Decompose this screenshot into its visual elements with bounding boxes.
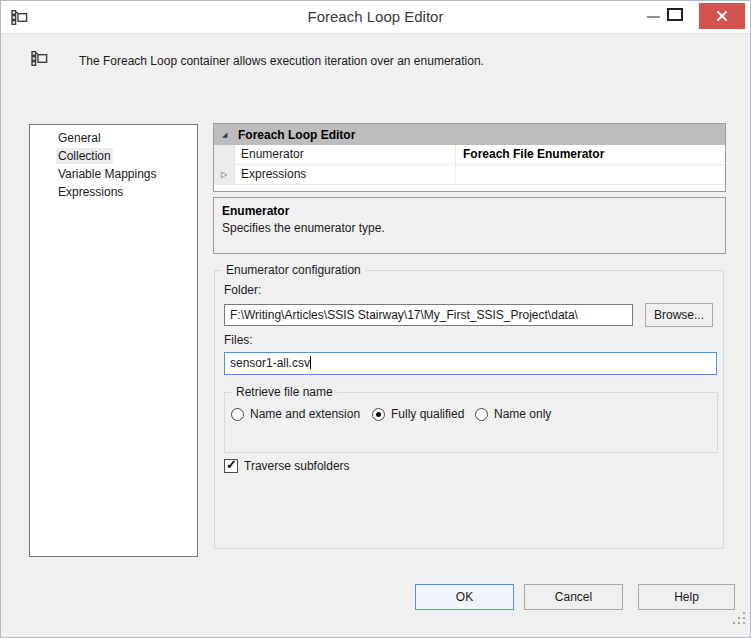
enumerator-configuration-group: Enumerator configuration Folder: F:\Writ… [214,270,724,549]
retrieve-file-name-group: Retrieve file name Name and extension Fu… [224,392,718,453]
files-label: Files: [224,333,253,347]
property-value[interactable]: Foreach File Enumerator [455,145,725,164]
help-button[interactable]: Help [638,584,735,610]
category-label: Foreach Loop Editor [238,128,355,142]
cancel-button[interactable]: Cancel [524,584,623,610]
text-caret [310,356,311,369]
property-row-expressions[interactable]: ▷ Expressions [214,165,725,185]
radio-name-only[interactable]: Name only [475,407,551,421]
foreach-loop-icon [31,50,48,67]
close-button[interactable] [699,3,745,29]
radio-fully-qualified[interactable]: Fully qualified [372,407,464,421]
property-help-text: Specifies the enumerator type. [222,221,717,235]
close-icon [716,10,728,22]
checkbox-label: Traverse subfolders [244,459,350,473]
ok-button[interactable]: OK [415,584,514,610]
minimize-button[interactable] [647,16,660,18]
sidebar-item-general[interactable]: General [30,129,197,147]
page-list: General Collection Variable Mappings Exp… [29,124,198,557]
property-help-panel: Enumerator Specifies the enumerator type… [213,197,726,254]
maximize-button[interactable] [667,8,683,21]
check-icon: ✓ [226,457,237,472]
sidebar-item-expressions[interactable]: Expressions [30,183,197,201]
traverse-subfolders-checkbox[interactable]: ✓ Traverse subfolders [224,459,350,473]
sidebar-item-variable-mappings[interactable]: Variable Mappings [30,165,197,183]
property-name[interactable]: Expressions [235,165,455,184]
radio-selected-icon[interactable] [372,408,385,421]
group-label: Enumerator configuration [222,263,365,277]
resize-grip[interactable] [733,612,746,625]
group-label: Retrieve file name [232,385,337,399]
property-grid-category[interactable]: ◢ Foreach Loop Editor [214,124,725,145]
window-title: Foreach Loop Editor [1,1,750,34]
row-expand-icon[interactable]: ▷ [221,170,227,179]
radio-icon[interactable] [475,408,488,421]
category-expanded-icon[interactable]: ◢ [222,131,232,139]
property-name[interactable]: Enumerator [235,145,455,164]
property-help-title: Enumerator [222,204,717,218]
sidebar-item-collection[interactable]: Collection [30,147,197,165]
browse-button[interactable]: Browse... [645,303,713,327]
property-value[interactable] [455,165,725,184]
radio-name-and-extension[interactable]: Name and extension [231,407,360,421]
foreach-loop-editor-dialog: Foreach Loop Editor The Foreach Loop con… [0,0,751,638]
property-grid: ◢ Foreach Loop Editor Enumerator Foreach… [213,123,726,192]
radio-icon[interactable] [231,408,244,421]
files-input[interactable]: sensor1-all.csv [224,352,717,375]
checkbox-checked-icon[interactable]: ✓ [224,459,238,473]
dialog-description: The Foreach Loop container allows execut… [79,54,484,68]
folder-input[interactable]: F:\Writing\Articles\SSIS Stairway\17\My_… [224,304,633,326]
folder-label: Folder: [224,283,261,297]
title-bar: Foreach Loop Editor [1,1,750,34]
property-row-enumerator[interactable]: Enumerator Foreach File Enumerator [214,145,725,165]
